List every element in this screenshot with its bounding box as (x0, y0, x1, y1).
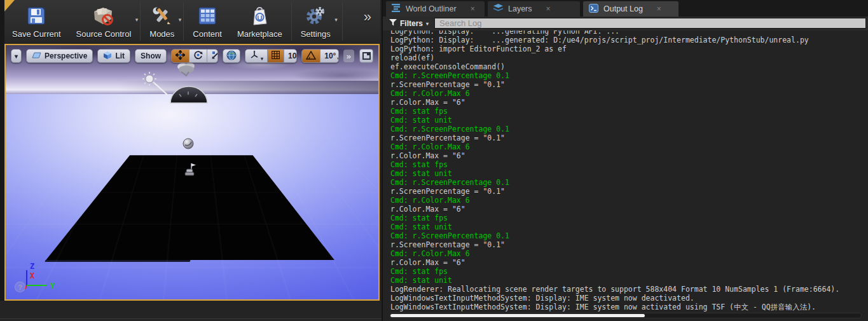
log-line: Cmd: r.Color.Max 6 (390, 142, 868, 151)
log-line: LogPython: Display: ...generated: D:/ue4… (390, 36, 868, 44)
toolbar-separator (140, 2, 141, 41)
grid-snap-toggle-button[interactable] (268, 50, 284, 62)
maximize-viewport-button[interactable] (359, 49, 373, 63)
viewport-options-caret-icon: ▾ (15, 53, 18, 60)
close-icon[interactable]: × (657, 4, 661, 13)
tab-world-outliner[interactable]: World Outliner × (386, 1, 485, 17)
log-line: Cmd: stat fps (390, 214, 868, 222)
log-line: r.Color.Max = "6" (390, 205, 868, 214)
log-line: Cmd: r.ScreenPercentage 0.1 (390, 178, 868, 187)
search-log-input[interactable] (435, 18, 865, 28)
content-button[interactable]: Content (185, 0, 230, 43)
rotation-snap-toggle-button[interactable] (302, 50, 320, 62)
3d-viewport[interactable]: Z X Y ? ▾ Perspective (4, 44, 380, 301)
toolbar-overflow-chevron-icon[interactable]: » (364, 9, 380, 34)
filter-funnel-icon (389, 19, 397, 28)
perspective-label: Perspective (45, 51, 87, 60)
scrollbar-thumb[interactable] (390, 314, 645, 317)
tab-label: Output Log (603, 4, 643, 13)
modes-caret-icon[interactable]: ▾ (179, 17, 182, 23)
left-panel-footer (0, 301, 382, 321)
source-control-button[interactable]: ▾ Source Control (69, 0, 139, 43)
source-control-caret-icon[interactable]: ▾ (135, 17, 139, 23)
log-line: Cmd: stat unit (390, 169, 868, 178)
grid-snap-icon (272, 51, 280, 61)
log-line: r.ScreenPercentage = "0.1" (390, 80, 868, 89)
transform-tools-group (171, 49, 218, 63)
source-control-icon (92, 5, 116, 27)
log-line: Cmd: stat unit (390, 116, 868, 125)
viewport-toolbar: ▾ Perspective Li (11, 48, 373, 64)
log-line: LogPython: import EditorFunction_2 as ef (390, 44, 868, 53)
modes-button[interactable]: ▾ Modes (142, 0, 182, 43)
log-line: Cmd: r.Color.Max 6 (390, 89, 868, 98)
marketplace-button[interactable]: Marketplace (230, 0, 290, 43)
translate-tool-button[interactable] (172, 50, 189, 62)
directional-light-icon[interactable] (141, 71, 170, 97)
log-line: LogWindowsTextInputMethodSystem: Display… (390, 303, 868, 311)
log-line: reload(ef) (390, 53, 868, 62)
output-log-panel: World Outliner × Layers × (382, 0, 868, 321)
player-start-icon[interactable] (184, 161, 198, 177)
world-local-toggle-button[interactable] (223, 49, 240, 63)
filters-button[interactable]: Filters ▾ (389, 19, 429, 28)
output-log-view[interactable]: LogPython: Display: ...generating Python… (383, 31, 868, 311)
toolbar-separator (342, 2, 343, 41)
log-line: r.ScreenPercentage = "0.1" (390, 133, 868, 142)
tab-label: World Outliner (406, 4, 457, 13)
rotation-snap-group: 10° ▾ (301, 49, 339, 63)
layers-icon (493, 4, 503, 14)
save-current-button[interactable]: Save Current (4, 0, 69, 43)
surface-snap-button[interactable]: ▾ (245, 50, 268, 62)
viewport-options-button[interactable]: ▾ (11, 49, 22, 63)
content-browser-icon (197, 5, 217, 27)
log-line: LogWindowsTextInputMethodSystem: Display… (390, 294, 868, 303)
settings-caret-icon[interactable]: ▾ (334, 17, 338, 23)
viewport-overflow-chevron-icon[interactable]: » (343, 50, 354, 62)
log-line: r.Color.Max = "6" (390, 258, 868, 267)
marketplace-bag-icon (249, 5, 270, 27)
tab-output-log[interactable]: Output Log × (583, 1, 679, 17)
axis-x-label: X (30, 271, 35, 280)
viewport-toolbar-right: » (343, 49, 373, 63)
tab-layers[interactable]: Layers × (488, 1, 580, 17)
modes-label: Modes (149, 29, 174, 39)
log-line: r.Color.Max = "6" (390, 151, 868, 160)
log-line: r.ScreenPercentage = "0.1" (390, 240, 868, 249)
scale-tool-button[interactable] (207, 50, 218, 62)
log-line: Cmd: r.ScreenPercentage 0.1 (390, 231, 868, 240)
rotate-tool-button[interactable] (189, 50, 207, 62)
lit-mode-button[interactable]: Lit (97, 49, 130, 63)
level-editor-panel: Save Current ▾ Source Control (0, 0, 382, 321)
perspective-button[interactable]: Perspective (26, 49, 93, 63)
save-current-label: Save Current (12, 29, 61, 39)
axis-gizmo: Z X Y (20, 260, 65, 296)
gear-icon (305, 5, 326, 27)
grid-snap-value: 10 (288, 51, 296, 60)
reflection-sphere-icon[interactable] (183, 138, 194, 149)
unreal-editor-window: Save Current ▾ Source Control (0, 0, 868, 321)
panel-edge (0, 0, 4, 321)
rotation-snap-value-button[interactable]: 10° ▾ (320, 50, 339, 62)
log-line: LogRenderer: Reallocating scene render t… (390, 285, 868, 294)
viewport-scene: Z X Y ? (6, 45, 378, 299)
log-line: r.ScreenPercentage = "0.1" (390, 187, 868, 196)
log-filter-row: Filters ▾ (383, 17, 868, 31)
settings-label: Settings (301, 29, 331, 39)
show-flags-button[interactable]: Show (135, 49, 167, 63)
log-line: Cmd: stat unit (390, 222, 868, 231)
grid-snap-value-button[interactable]: 10 ▾ (284, 50, 297, 62)
tab-label: Layers (508, 4, 532, 13)
log-line: Cmd: r.Color.Max 6 (390, 196, 868, 205)
horizontal-scrollbar[interactable] (389, 313, 862, 318)
sky-dome-mesh[interactable] (169, 85, 209, 104)
search-log-box (434, 18, 866, 29)
lit-label: Lit (115, 51, 125, 60)
perspective-icon (32, 51, 41, 60)
help-icon[interactable]: ? (15, 282, 25, 292)
filters-caret-icon: ▾ (426, 21, 429, 27)
filters-label: Filters (400, 19, 423, 28)
close-icon[interactable]: × (471, 4, 475, 13)
close-icon[interactable]: × (546, 4, 551, 13)
settings-button[interactable]: ▾ Settings (293, 0, 338, 43)
